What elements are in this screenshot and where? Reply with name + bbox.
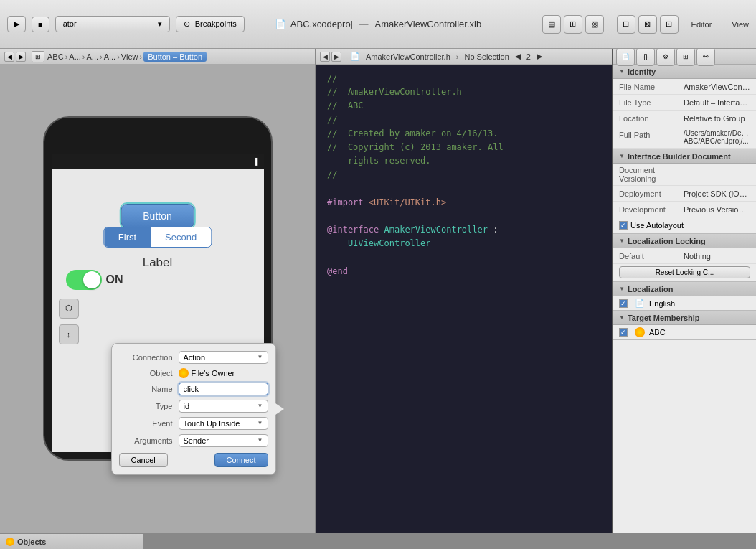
arguments-dropdown[interactable]: Sender ▼: [179, 434, 268, 447]
run-button[interactable]: ▶: [7, 16, 26, 32]
reset-locking-label: Reset Locking C...: [656, 268, 714, 276]
ib-forward-button[interactable]: ▶: [16, 52, 26, 62]
objects-title: Objects: [17, 538, 46, 546]
simulator-selector[interactable]: ator ▾: [55, 16, 170, 32]
ib-panel: ◀ ▶ ⊞ ABC › A... › A... › A...: [0, 49, 316, 533]
english-item: ✓ 📄 English: [613, 296, 756, 310]
file-icon: 📄: [275, 19, 286, 29]
code-line-5: // Created by amaker on 4/16/13.: [327, 127, 600, 141]
side-icons: ⬡ ↕: [59, 299, 79, 344]
development-label: Development: [619, 205, 684, 214]
english-checkbox[interactable]: ✓: [619, 299, 628, 308]
localization-section: ▼ Localization ✓ 📄 English: [613, 282, 756, 311]
code-nav-btn[interactable]: ▶: [537, 52, 542, 61]
arguments-value: Sender: [184, 436, 209, 445]
code-back-button[interactable]: ◀: [320, 52, 330, 62]
insp-link-btn[interactable]: {}: [636, 49, 655, 66]
breakpoints-label: Breakpoints: [195, 19, 237, 28]
full-path-label: Full Path: [619, 129, 684, 139]
split-editor-btn[interactable]: ⊞: [564, 15, 582, 34]
connect-button[interactable]: Connect: [214, 453, 268, 467]
file-name-label: File Name: [619, 83, 684, 91]
window-title: 📄 ABC.xcodeproj — AmakerViewController.x…: [275, 19, 481, 29]
development-row: Development Previous Version (...: [613, 202, 756, 217]
bc-button[interactable]: Button – Button: [143, 52, 207, 62]
toggle-track[interactable]: [66, 270, 102, 290]
arrow-icon[interactable]: ↕: [59, 324, 79, 344]
file-name-value: AmakerViewContro...: [684, 83, 750, 91]
english-label: English: [649, 299, 675, 308]
insp-link2-btn[interactable]: ⚯: [696, 49, 715, 66]
file-type-row: File Type Default – Interface...: [613, 95, 756, 111]
ib-doc-triangle: ▼: [619, 153, 625, 159]
locking-title: Localization Locking: [628, 237, 706, 245]
objects-circle-icon: [6, 538, 14, 546]
bc-abc: ABC: [47, 52, 64, 61]
locking-reset-row: Reset Locking C...: [613, 264, 756, 281]
bc-sep5: ›: [140, 52, 143, 61]
seg-second[interactable]: Second: [151, 227, 211, 247]
iphone-container: ▐ Button First: [43, 116, 273, 461]
breakpoints-button[interactable]: ⊙ Breakpoints: [176, 16, 245, 32]
connection-label: Connection: [119, 353, 173, 362]
locking-default-row: Default Nothing: [613, 248, 756, 264]
seg-first[interactable]: First: [104, 227, 151, 247]
code-forward-button[interactable]: ▶: [331, 52, 341, 62]
code-file-icon: 📄: [350, 52, 360, 61]
cancel-button[interactable]: Cancel: [119, 453, 168, 467]
cube-icon[interactable]: ⬡: [59, 299, 79, 319]
abc-target-label: ABC: [649, 328, 666, 337]
navigator-btn[interactable]: ⊟: [617, 15, 635, 34]
insp-gear-btn[interactable]: ⚙: [656, 49, 675, 66]
insp-file-btn[interactable]: 📄: [616, 49, 635, 66]
inspector-btn[interactable]: ⊡: [660, 15, 679, 34]
status-bar: ▐: [52, 154, 264, 169]
inspector-toolbar: 📄 {} ⚙ ⊞ ⚯: [613, 49, 756, 65]
name-value: click: [184, 385, 199, 393]
bc-sep1: ›: [65, 52, 68, 61]
locking-section: ▼ Localization Locking Default Nothing R…: [613, 234, 756, 282]
location-value: Relative to Group: [684, 114, 750, 123]
connection-dialog: Connection Action ▼ Object File's Owner: [111, 343, 276, 475]
ib-view-btn[interactable]: ⊞: [32, 51, 44, 62]
code-line-blank2: [327, 210, 600, 223]
autolayout-checkbox[interactable]: ✓: [619, 221, 628, 230]
abc-checkbox[interactable]: ✓: [619, 328, 628, 337]
code-number-sep: ◀: [515, 52, 521, 61]
ib-breadcrumb: ABC › A... › A... › A... › View: [47, 49, 311, 65]
code-number: 2: [526, 52, 531, 61]
english-file-icon: 📄: [635, 299, 645, 308]
canvas-button[interactable]: Button: [121, 204, 194, 228]
main-area: ◀ ▶ ⊞ ABC › A... › A... › A...: [0, 49, 756, 533]
type-value: id: [184, 402, 190, 410]
type-dropdown[interactable]: id ▼: [179, 400, 268, 413]
deployment-value: Project SDK (iOS 6...: [684, 189, 750, 198]
bottom-area: Objects ⊞ {} ⊟ ⊡ ⚯ Text Text Field Displ…: [0, 533, 756, 549]
full-path-row: Full Path /Users/amaker/Des...ABC/ABC/en…: [613, 126, 756, 149]
bc-a2: A...: [86, 52, 98, 61]
ib-back-button[interactable]: ◀: [4, 52, 14, 62]
code-content[interactable]: // // AmakerViewController.h // ABC // /…: [316, 65, 612, 533]
code-line-8: //: [327, 168, 600, 182]
insp-size-btn[interactable]: ⊞: [676, 49, 695, 66]
right-editor-btn[interactable]: ▧: [585, 15, 604, 34]
localization-triangle: ▼: [619, 286, 625, 292]
event-dropdown[interactable]: Touch Up Inside ▼: [179, 417, 268, 430]
left-editor-btn[interactable]: ▤: [542, 15, 561, 34]
toggle-label: ON: [106, 273, 123, 286]
connection-dropdown[interactable]: Action ▼: [179, 351, 268, 364]
stop-button[interactable]: ■: [32, 17, 49, 32]
code-line-import: #import <UIKit/UIKit.h>: [327, 196, 600, 210]
reset-locking-button[interactable]: Reset Locking C...: [619, 266, 750, 278]
object-value-container: File's Owner: [179, 368, 268, 378]
objects-header: Objects: [0, 534, 143, 549]
locking-header: ▼ Localization Locking: [613, 234, 756, 248]
bc-a3: A...: [104, 52, 116, 61]
dialog-row-name: Name click: [119, 383, 268, 395]
dialog-row-type: Type id ▼: [119, 400, 268, 413]
segmented-control[interactable]: First Second: [103, 227, 212, 248]
file-type-label: File Type: [619, 98, 684, 107]
name-input[interactable]: click: [179, 383, 268, 395]
debug-btn[interactable]: ⊠: [638, 15, 657, 34]
code-line-3: // ABC: [327, 99, 600, 113]
